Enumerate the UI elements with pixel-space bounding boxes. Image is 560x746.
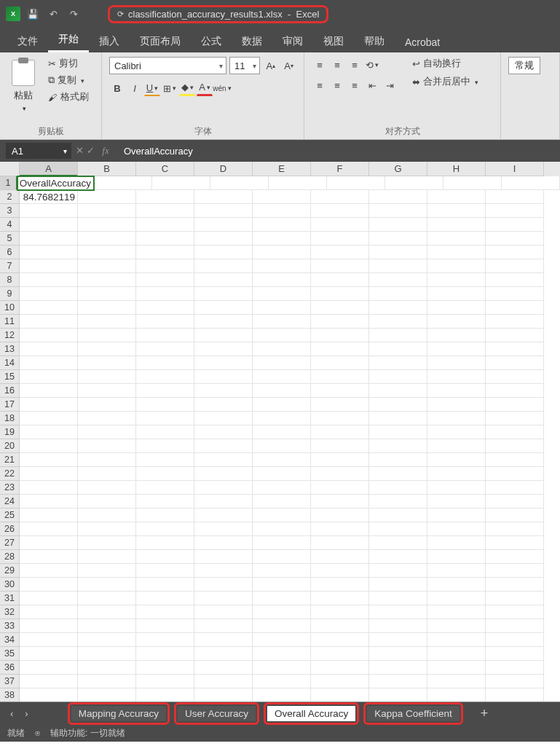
sheet-tab[interactable]: User Accuracy [178, 706, 256, 721]
cell[interactable] [311, 688, 369, 702]
align-top-button[interactable]: ≡ [312, 57, 328, 73]
cell[interactable] [194, 675, 253, 688]
cell[interactable] [427, 412, 486, 425]
cell[interactable] [253, 342, 311, 356]
cell[interactable] [311, 522, 369, 536]
cell[interactable] [427, 592, 486, 605]
cell[interactable] [369, 384, 427, 398]
column-header[interactable]: G [369, 162, 427, 176]
orientation-button[interactable]: ⟲▾ [364, 57, 380, 73]
cell[interactable] [427, 550, 486, 564]
cell[interactable] [136, 688, 194, 702]
cell[interactable] [20, 204, 78, 218]
cell[interactable] [78, 232, 136, 246]
cell[interactable] [369, 190, 427, 204]
row-header[interactable]: 28 [0, 550, 20, 564]
cell[interactable] [311, 384, 369, 398]
cell[interactable] [311, 301, 369, 315]
row-header[interactable]: 14 [0, 356, 20, 370]
cell[interactable] [78, 688, 136, 702]
cell[interactable] [136, 232, 194, 246]
merge-center-button[interactable]: ⬌合并后居中▾ [409, 75, 481, 89]
cell[interactable] [486, 232, 544, 246]
row-header[interactable]: 10 [0, 301, 20, 315]
cell[interactable] [20, 259, 78, 273]
cell[interactable] [311, 398, 369, 412]
cell[interactable] [253, 315, 311, 329]
cell[interactable] [311, 204, 369, 218]
row-header[interactable]: 6 [0, 246, 20, 259]
cell[interactable] [486, 425, 544, 439]
cell[interactable] [78, 190, 136, 204]
cell[interactable] [486, 675, 544, 688]
save-icon[interactable]: 💾 [25, 6, 41, 22]
cell[interactable] [136, 564, 194, 578]
cell[interactable] [194, 273, 253, 287]
cell[interactable] [253, 509, 311, 522]
cell[interactable] [427, 301, 486, 315]
cell[interactable] [311, 259, 369, 273]
cell[interactable] [369, 439, 427, 453]
cell[interactable] [253, 273, 311, 287]
cell[interactable] [20, 246, 78, 259]
cell[interactable] [427, 246, 486, 259]
cell[interactable] [253, 439, 311, 453]
menu-tab-8[interactable]: 帮助 [354, 31, 395, 52]
cell[interactable] [194, 509, 253, 522]
cell[interactable] [20, 287, 78, 301]
cell[interactable] [427, 633, 486, 647]
row-header[interactable]: 19 [0, 425, 20, 439]
cell[interactable] [194, 536, 253, 550]
cell[interactable] [311, 453, 369, 467]
cell[interactable] [136, 384, 194, 398]
cell[interactable] [369, 536, 427, 550]
cell[interactable] [486, 633, 544, 647]
cell[interactable] [194, 246, 253, 259]
cell[interactable] [194, 453, 253, 467]
cell[interactable] [152, 176, 210, 190]
cell[interactable] [194, 356, 253, 370]
cell[interactable] [253, 688, 311, 702]
cell[interactable] [253, 301, 311, 315]
cell[interactable] [94, 176, 152, 190]
border-button[interactable]: ⊞▾ [162, 80, 178, 96]
cell[interactable] [369, 509, 427, 522]
cell[interactable] [194, 439, 253, 453]
cell[interactable] [78, 287, 136, 301]
align-left-button[interactable]: ≡ [312, 77, 328, 93]
cell[interactable] [78, 509, 136, 522]
cell[interactable] [136, 329, 194, 342]
cell[interactable] [20, 481, 78, 495]
cell[interactable] [486, 495, 544, 509]
cell[interactable] [486, 647, 544, 661]
cell[interactable] [78, 439, 136, 453]
cell[interactable] [253, 536, 311, 550]
cell[interactable] [311, 550, 369, 564]
cell[interactable] [311, 619, 369, 633]
cell[interactable] [486, 439, 544, 453]
cell[interactable] [20, 550, 78, 564]
cell[interactable] [427, 481, 486, 495]
cell[interactable] [194, 467, 253, 481]
cell[interactable] [20, 329, 78, 342]
cell[interactable] [427, 204, 486, 218]
row-header[interactable]: 2 [0, 190, 20, 204]
cell[interactable] [486, 301, 544, 315]
cell[interactable] [136, 301, 194, 315]
cell[interactable] [78, 481, 136, 495]
cell[interactable] [194, 647, 253, 661]
cell[interactable] [136, 592, 194, 605]
row-header[interactable]: 13 [0, 342, 20, 356]
menu-tab-2[interactable]: 插入 [89, 31, 130, 52]
italic-button[interactable]: I [127, 80, 143, 96]
font-color-button[interactable]: A▾ [197, 80, 213, 96]
cell[interactable] [486, 688, 544, 702]
row-header[interactable]: 27 [0, 536, 20, 550]
cell[interactable] [427, 688, 486, 702]
cell[interactable] [78, 259, 136, 273]
cell[interactable] [311, 356, 369, 370]
cell[interactable] [20, 273, 78, 287]
cell[interactable] [427, 370, 486, 384]
cell[interactable] [311, 647, 369, 661]
cell[interactable] [427, 564, 486, 578]
